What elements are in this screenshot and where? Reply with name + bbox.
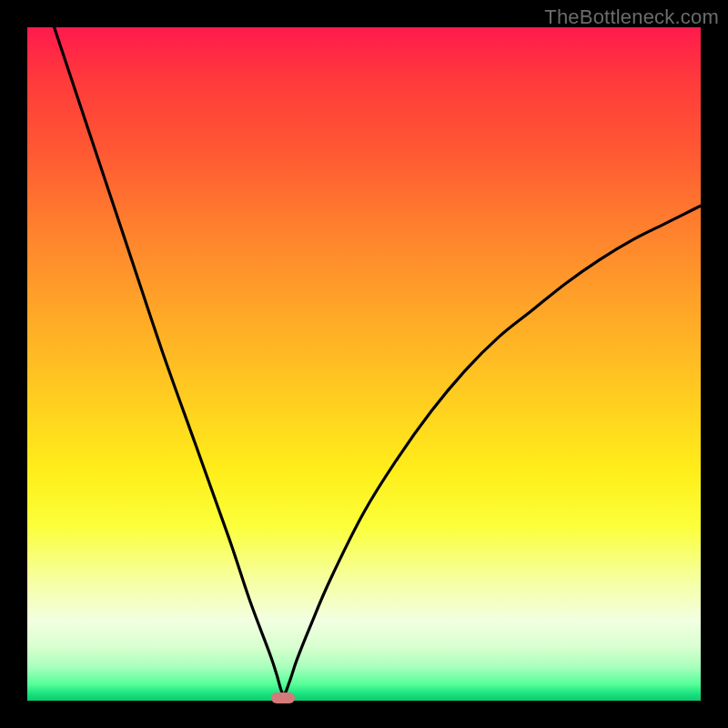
- bottleneck-curve: [27, 27, 701, 701]
- chart-frame: TheBottleneck.com: [0, 0, 728, 728]
- plot-area: [27, 27, 701, 701]
- watermark-text: TheBottleneck.com: [544, 5, 719, 29]
